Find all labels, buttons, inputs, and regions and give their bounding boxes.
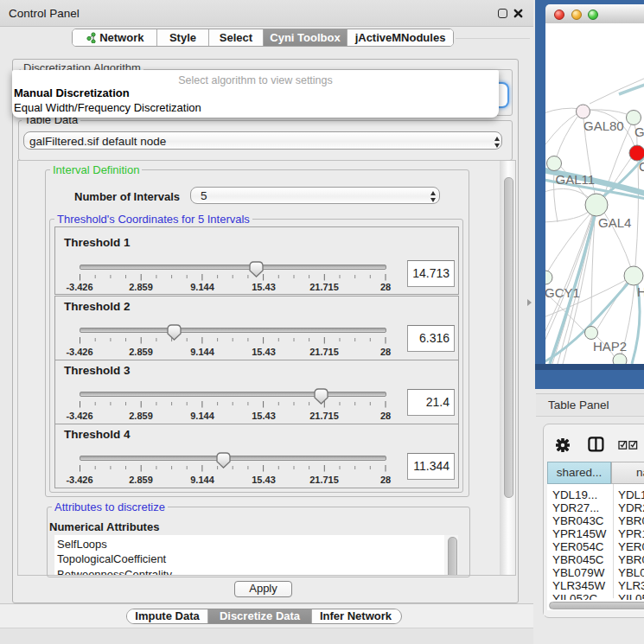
svg-text:GCY1: GCY1 — [545, 285, 580, 300]
svg-text:GAL: GAL — [634, 124, 644, 139]
svg-text:CR: CR — [639, 159, 644, 174]
svg-text:GAL11: GAL11 — [556, 172, 596, 187]
svg-text:HIS: HIS — [637, 284, 644, 299]
svg-text:HAP2: HAP2 — [593, 339, 627, 354]
svg-text:GAL4: GAL4 — [598, 215, 631, 230]
svg-text:GAL80: GAL80 — [583, 118, 624, 133]
